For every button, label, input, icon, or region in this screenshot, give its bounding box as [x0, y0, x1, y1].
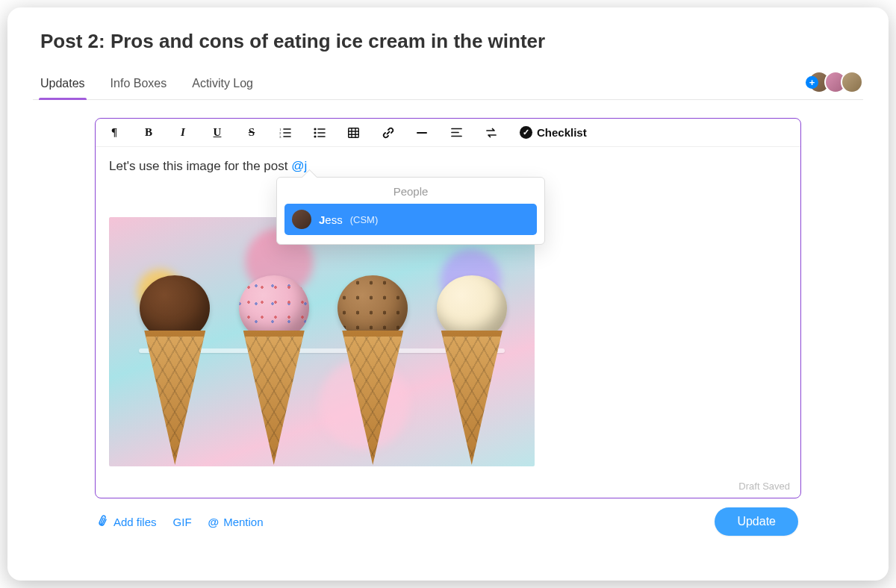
underline-icon[interactable]: U — [211, 126, 224, 139]
paragraph-icon[interactable]: ¶ — [108, 126, 121, 139]
mention-typed: @j — [291, 159, 307, 173]
check-circle-icon: ✓ — [520, 126, 532, 139]
tab-row: Updates Info Boxes Activity Log + — [33, 69, 863, 100]
horizontal-rule-icon[interactable] — [417, 131, 430, 134]
table-icon[interactable] — [348, 128, 361, 138]
editor-footer: Add files GIF @ Mention Update — [95, 498, 801, 536]
mention-name: Jess — [319, 213, 343, 226]
gif-button[interactable]: GIF — [173, 516, 192, 528]
mention-suggestions-popup: People Jess (CSM) — [276, 177, 545, 245]
ordered-list-icon[interactable]: 123 — [279, 128, 293, 138]
avatar — [292, 210, 311, 229]
post-editor-window: Post 2: Pros and cons of eating ice crea… — [7, 7, 889, 581]
tab-info-boxes[interactable]: Info Boxes — [111, 69, 167, 99]
add-member-icon[interactable]: + — [806, 76, 818, 89]
align-icon[interactable] — [451, 128, 464, 137]
editor-text-line[interactable]: Let's use this image for the post @j — [109, 159, 787, 174]
svg-text:3: 3 — [279, 135, 281, 138]
update-editor: ¶ B I U S 123 — [95, 118, 801, 498]
bold-icon[interactable]: B — [142, 126, 155, 139]
tab-activity-log[interactable]: Activity Log — [192, 69, 253, 99]
add-files-label: Add files — [113, 516, 157, 528]
checklist-button[interactable]: ✓ Checklist — [520, 126, 587, 139]
paperclip-icon — [96, 513, 111, 531]
editor-body[interactable]: Let's use this image for the post @j Peo… — [96, 147, 800, 498]
strikethrough-icon[interactable]: S — [245, 126, 258, 139]
editor-text: Let's use this image for the post — [109, 159, 291, 173]
page-title: Post 2: Pros and cons of eating ice crea… — [40, 30, 863, 53]
mention-role: (CSM) — [350, 214, 379, 225]
avatar[interactable] — [841, 71, 863, 93]
indent-swap-icon[interactable] — [485, 128, 499, 138]
draft-status: Draft Saved — [738, 481, 790, 492]
member-avatars: + — [806, 71, 863, 98]
mention-label: Mention — [223, 516, 263, 528]
italic-icon[interactable]: I — [176, 126, 190, 139]
mention-button[interactable]: @ Mention — [208, 516, 264, 528]
gif-label: GIF — [173, 516, 192, 528]
update-button[interactable]: Update — [715, 507, 798, 536]
checklist-label: Checklist — [537, 126, 587, 139]
at-icon: @ — [208, 516, 220, 528]
svg-point-6 — [314, 128, 316, 130]
unordered-list-icon[interactable] — [314, 128, 327, 138]
tab-updates[interactable]: Updates — [40, 69, 85, 99]
editor-toolbar: ¶ B I U S 123 — [96, 119, 800, 147]
mention-popup-header: People — [277, 178, 544, 204]
attached-image[interactable] — [109, 217, 535, 466]
svg-rect-12 — [349, 128, 359, 137]
tabs: Updates Info Boxes Activity Log — [33, 69, 253, 99]
link-icon[interactable] — [382, 127, 396, 139]
add-files-button[interactable]: Add files — [98, 515, 157, 529]
svg-point-7 — [314, 131, 316, 134]
mention-suggestion-item[interactable]: Jess (CSM) — [284, 204, 537, 235]
svg-point-8 — [314, 135, 316, 137]
